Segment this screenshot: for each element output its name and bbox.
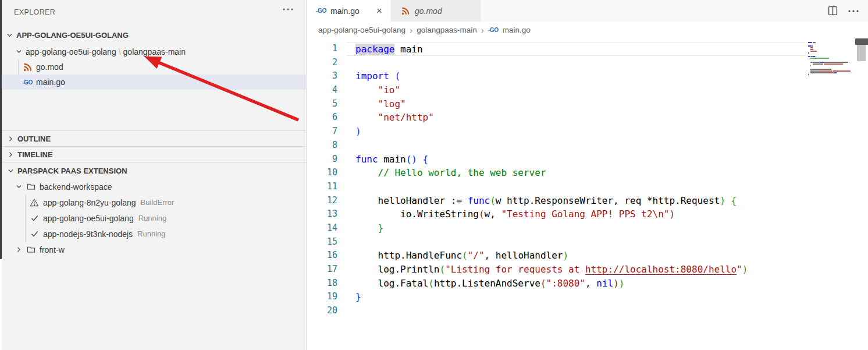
code-line[interactable]: func main() { — [346, 153, 806, 167]
code-token: "net/http" — [378, 112, 434, 123]
code-line[interactable]: log.Fatal(http.ListenAndServe(":8080", n… — [346, 277, 806, 291]
minimap[interactable] — [807, 38, 852, 350]
workspace-row-backend-workspace[interactable]: backend-workspace — [2, 179, 306, 195]
workspace-root-label: APP-GOLANG-OE5UI-GOLANG — [16, 31, 129, 40]
minimap-line — [810, 51, 817, 52]
code-token: http.ListenAndServe — [434, 278, 540, 289]
code-editor[interactable]: 1234567891011121314151617181920 package … — [307, 38, 868, 350]
code-line[interactable]: ) — [346, 125, 806, 139]
code-line[interactable] — [346, 235, 806, 249]
app-name: app-golang-oe5ui-golang — [43, 214, 134, 223]
code-token: ) — [355, 126, 361, 137]
line-number: 2 — [307, 56, 342, 70]
line-number: 17 — [307, 263, 342, 277]
code-token: "Testing Golang APP! PPS t2\n" — [501, 208, 669, 220]
code-token: " — [737, 264, 742, 275]
more-actions-icon[interactable] — [283, 8, 293, 11]
breadcrumb-item[interactable]: app-golang-oe5ui-golang — [318, 26, 405, 34]
tab-label: main.go — [330, 6, 360, 16]
compact-folder-first[interactable]: app-golang-oe5ui-golang — [26, 47, 116, 56]
compact-folder-second[interactable]: golangpaas-main — [123, 47, 186, 56]
section-timeline[interactable]: TIMELINE — [2, 147, 306, 162]
minimap-line — [822, 63, 823, 65]
minimap-line — [813, 42, 815, 43]
file-row-go.mod[interactable]: go.mod — [2, 59, 306, 75]
minimap-line — [813, 56, 814, 57]
split-editor-icon[interactable] — [828, 6, 838, 16]
minimap-line — [824, 63, 842, 65]
minimap-line — [849, 62, 849, 63]
explorer-sidebar: EXPLORER APP-GOLANG-OE5UI-GOLANG app-gol… — [2, 0, 307, 350]
code-token — [389, 70, 395, 82]
status-badge: Running — [137, 229, 165, 238]
code-line[interactable] — [346, 56, 806, 70]
breadcrumb-item[interactable]: golangpaas-main — [417, 26, 477, 34]
minimap-line — [842, 63, 843, 65]
chevron-right-icon — [6, 135, 15, 143]
code-line[interactable]: helloHandler := func(w http.ResponseWrit… — [346, 194, 806, 208]
code-line[interactable] — [346, 139, 806, 153]
app-row-app-golang-oe5ui-golang[interactable]: app-golang-oe5ui-golangRunning — [2, 210, 306, 226]
code-token: func — [355, 154, 378, 165]
minimap-line — [837, 72, 837, 73]
code-line[interactable]: http.HandleFunc("/", helloHandler) — [346, 249, 806, 263]
line-number: 1 — [307, 42, 342, 56]
workspace-row-front-w[interactable]: front-w — [2, 242, 306, 257]
code-token: } — [378, 222, 384, 234]
code-line[interactable] — [346, 180, 806, 194]
code-line[interactable]: "log" — [346, 97, 806, 111]
code-token: ( — [479, 208, 485, 220]
code-line[interactable]: } — [346, 221, 806, 235]
minimap-line — [813, 63, 821, 65]
code-line[interactable]: package main — [346, 42, 806, 56]
code-token: ) — [563, 250, 568, 261]
code-token: ) — [720, 195, 725, 206]
app-row-app-nodejs-9t3nk-nodejs[interactable]: app-nodejs-9t3nk-nodejsRunning — [2, 226, 306, 242]
line-number: 13 — [307, 207, 342, 221]
breadcrumb-item[interactable]: main.go — [503, 26, 531, 34]
code-token: "Listing for requests at — [445, 264, 585, 275]
go-file-icon: -GO — [316, 8, 326, 14]
code-token: package — [355, 44, 394, 55]
minimap-line — [808, 74, 809, 75]
chevron-right-icon — [14, 246, 23, 253]
code-token: , — [585, 278, 596, 289]
file-row-main.go[interactable]: -GOmain.go — [2, 75, 306, 90]
compact-folder-row[interactable]: app-golang-oe5ui-golang\golangpaas-main — [2, 44, 306, 59]
minimap-line — [829, 72, 833, 73]
code-token: http://localhost:8080/hello — [585, 264, 737, 275]
more-actions-icon[interactable] — [848, 9, 859, 13]
folder-icon — [26, 245, 36, 254]
check-icon — [29, 229, 40, 238]
code-content[interactable]: package mainimport ( "io" "log" "net/htt… — [346, 42, 806, 318]
code-line[interactable]: "net/http" — [346, 111, 806, 125]
code-line[interactable]: } — [346, 290, 806, 304]
minimap-line — [810, 65, 811, 66]
code-token: { — [423, 154, 429, 165]
app-row-app-golang-8n2yu-golang[interactable]: app-golang-8n2yu-golangBuildError — [2, 195, 306, 210]
code-line[interactable]: "io" — [346, 83, 806, 97]
minimap-line — [808, 56, 810, 57]
tab-main-go[interactable]: -GO main.go × — [307, 0, 391, 22]
compact-folder-separator: \ — [116, 47, 123, 56]
breadcrumb: app-golang-oe5ui-golang › golangpaas-mai… — [307, 22, 868, 38]
minimap-line — [808, 52, 809, 54]
chevron-down-icon — [5, 31, 14, 39]
code-line[interactable]: import ( — [346, 69, 806, 83]
close-icon[interactable]: × — [375, 6, 383, 16]
code-line[interactable] — [346, 304, 806, 318]
section-parspack-extension[interactable]: PARSPACK PAAS EXTENSION — [2, 163, 306, 178]
code-token: http.HandleFunc — [355, 250, 462, 261]
breadcrumb-separator: › — [481, 25, 484, 35]
scrollbar-slider[interactable] — [857, 45, 866, 61]
code-token: , helloHandler — [485, 250, 563, 261]
tab-go-mod[interactable]: go.mod — [391, 0, 481, 22]
workspace-root-header[interactable]: APP-GOLANG-OE5UI-GOLANG — [2, 28, 306, 43]
code-token — [355, 84, 378, 96]
line-number: 19 — [307, 290, 342, 304]
code-line[interactable]: log.Println("Listing for requests at htt… — [346, 263, 806, 277]
code-line[interactable]: // Hello world, the web server — [346, 166, 806, 180]
code-line[interactable]: io.WriteString(w, "Testing Golang APP! P… — [346, 207, 806, 221]
vscode-window: EXPLORER APP-GOLANG-OE5UI-GOLANG app-gol… — [0, 0, 868, 350]
section-outline[interactable]: OUTLINE — [2, 131, 306, 146]
